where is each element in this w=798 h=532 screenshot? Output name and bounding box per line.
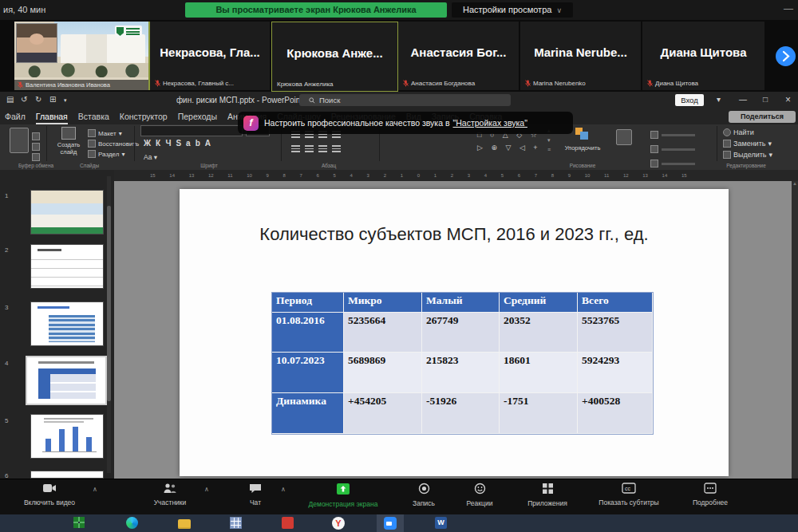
table-header-micro: Микро xyxy=(344,293,422,313)
quick-styles-icon[interactable] xyxy=(616,129,632,145)
shape-fill-outline-effects[interactable] xyxy=(650,131,695,167)
horizontal-ruler: 15 14 13 12 11 10 9 8 7 6 5 4 3 2 1 0 1 … xyxy=(114,170,798,181)
participant-name-bar: Валентина Ивановна Иванова xyxy=(14,80,148,90)
thumb-blue-list xyxy=(49,315,95,342)
table-cell: 5235664 xyxy=(344,313,422,353)
reset-button[interactable]: Восстановить xyxy=(88,140,139,148)
muted-mic-icon xyxy=(403,80,409,87)
save-icon[interactable]: ▤ xyxy=(6,95,14,104)
tab-home[interactable]: Главная xyxy=(36,112,68,124)
thumb-bar xyxy=(86,437,92,451)
slide[interactable]: Количество субъектов МСП, 2016 и 2023 гг… xyxy=(180,189,729,476)
thumb-title-line xyxy=(38,361,94,364)
new-slide-button[interactable]: Создать слайд xyxy=(53,127,85,156)
slide-number: 4 xyxy=(5,360,8,367)
next-participants-button[interactable] xyxy=(776,46,796,66)
undo-icon[interactable]: ↺ xyxy=(21,95,27,104)
table-cell: -51926 xyxy=(422,393,500,434)
participant-name: Крюкова Анжелика xyxy=(277,81,334,88)
font-name-select[interactable] xyxy=(140,125,243,136)
taskbar-edge-icon[interactable] xyxy=(126,517,138,529)
group-label-editing: Редактирование xyxy=(726,163,766,168)
tab-insert[interactable]: Вставка xyxy=(78,112,109,124)
tab-design[interactable]: Конструктор xyxy=(120,112,168,124)
table-cell: 5689869 xyxy=(344,353,422,393)
window-close-icon[interactable]: × xyxy=(785,94,791,105)
participant-tile-bogdanova[interactable]: Анастасия Бог... Анастасия Богданова xyxy=(398,22,519,90)
taskbar-yandex-icon[interactable]: Y xyxy=(332,517,345,530)
find-button[interactable]: Найти xyxy=(723,128,754,136)
window-minimize-icon[interactable]: — xyxy=(739,95,747,104)
group-label-clipboard: Буфер обмена xyxy=(18,163,53,168)
taskbar-explorer-icon[interactable] xyxy=(178,519,191,529)
shapes-more-icon[interactable]: ≡ xyxy=(547,147,551,152)
taskbar-calendar-icon[interactable] xyxy=(230,517,242,529)
table-cell: 5924293 xyxy=(578,353,653,393)
slide-thumbnail-1[interactable] xyxy=(30,190,104,234)
thumb-title-line xyxy=(44,418,93,420)
viewing-screen-banner: Вы просматриваете экран Крюкова Анжелика xyxy=(185,2,447,18)
slide-thumbnail-3[interactable] xyxy=(30,301,104,346)
signin-button[interactable]: Вход xyxy=(675,94,704,106)
toolbar-label: Подробнее xyxy=(654,499,766,506)
taskbar-red-app-icon[interactable] xyxy=(282,517,294,529)
layout-button[interactable]: Макет▾ xyxy=(88,129,122,137)
camera-icon xyxy=(42,483,57,494)
replace-button[interactable]: Заменить▾ xyxy=(723,140,772,148)
tab-transitions[interactable]: Переходы xyxy=(178,112,217,124)
table-cell: 5523765 xyxy=(578,313,653,353)
view-settings-button[interactable]: Настройки просмотра∨ xyxy=(452,2,573,18)
toolbar-more-button[interactable]: Подробнее xyxy=(654,483,766,506)
participant-tile-nerubenko[interactable]: Marina Nerube... Marina Nerubenko xyxy=(520,22,641,90)
zoom-camera-glyph xyxy=(386,522,392,526)
slide-thumbnail-2[interactable] xyxy=(30,244,104,289)
slide-thumbnail-4-selected[interactable] xyxy=(26,356,107,405)
participant-title: Диана Щитова xyxy=(642,45,764,59)
case-icon[interactable]: Aa ▾ xyxy=(144,153,157,161)
participant-video-tile[interactable]: Валентина Ивановна Иванова xyxy=(14,22,150,90)
ribbon-display-icon[interactable]: ▾ xyxy=(717,95,721,104)
slide-thumbnail-6[interactable] xyxy=(30,471,104,479)
toolbar-video-button[interactable]: Включить видео xyxy=(0,483,105,506)
muted-mic-icon xyxy=(647,80,653,87)
caret-up-icon[interactable]: ∧ xyxy=(93,486,97,493)
shapes-scroll-down-icon[interactable]: ▾ xyxy=(547,137,551,144)
share-button[interactable]: Поделиться xyxy=(729,111,796,123)
tab-file[interactable]: Файл xyxy=(5,112,26,124)
minimize-icon[interactable]: — xyxy=(784,3,793,14)
select-button[interactable]: Выделить▾ xyxy=(723,151,772,159)
taskbar-word-icon[interactable]: W xyxy=(435,517,447,529)
scroll-up-icon[interactable]: ▲ xyxy=(792,181,797,186)
participant-tile-nekrasova[interactable]: Некрасова, Гла... Некрасова, Главный с..… xyxy=(150,22,270,90)
trees-decoration xyxy=(14,63,148,77)
paste-button[interactable] xyxy=(10,128,29,153)
thumbnails-scrollbar-thumb[interactable] xyxy=(107,206,111,401)
table-header-period: Период xyxy=(272,293,344,313)
window-restore-icon[interactable]: □ xyxy=(763,95,768,104)
taskbar-start-icon[interactable] xyxy=(73,517,85,528)
align-buttons[interactable] xyxy=(291,145,341,152)
divider xyxy=(717,126,717,161)
start-slideshow-icon[interactable]: ⊞ xyxy=(49,95,56,104)
section-button[interactable]: Раздел▾ xyxy=(88,150,124,158)
font-format-icons[interactable]: ЖКЧSabA xyxy=(144,139,215,148)
search-input[interactable]: Поиск xyxy=(299,94,511,106)
audio-quality-notification[interactable]: f Настроить профессиональное качество зв… xyxy=(238,112,573,134)
divider xyxy=(134,126,135,161)
slide-thumbnail-5[interactable] xyxy=(30,414,104,459)
qat-dropdown-icon[interactable]: ▾ xyxy=(64,97,67,104)
thumb-bar xyxy=(73,427,78,451)
participant-tile-kryukova-active[interactable]: Крюкова Анже... Крюкова Анжелика xyxy=(271,22,398,92)
audio-app-icon: f xyxy=(243,116,259,131)
view-settings-label: Настройки просмотра xyxy=(463,5,551,14)
search-icon xyxy=(309,97,315,104)
caret-up-icon[interactable]: ∧ xyxy=(281,486,286,493)
group-label-font: Шрифт xyxy=(200,163,217,168)
taskbar-zoom-icon[interactable] xyxy=(384,517,397,530)
participant-tile-shchitova[interactable]: Диана Щитова Диана Щитова xyxy=(642,22,764,90)
chevron-down-icon: ∨ xyxy=(556,6,562,14)
slide-scrollbar[interactable]: ▲ xyxy=(792,181,798,479)
audio-settings-link[interactable]: "Настройках звука" xyxy=(453,118,527,128)
redo-icon[interactable]: ↻ xyxy=(35,95,41,104)
shapes-gallery-row2[interactable]: ▷ ⊕ ▽ ◁ + xyxy=(477,144,541,152)
